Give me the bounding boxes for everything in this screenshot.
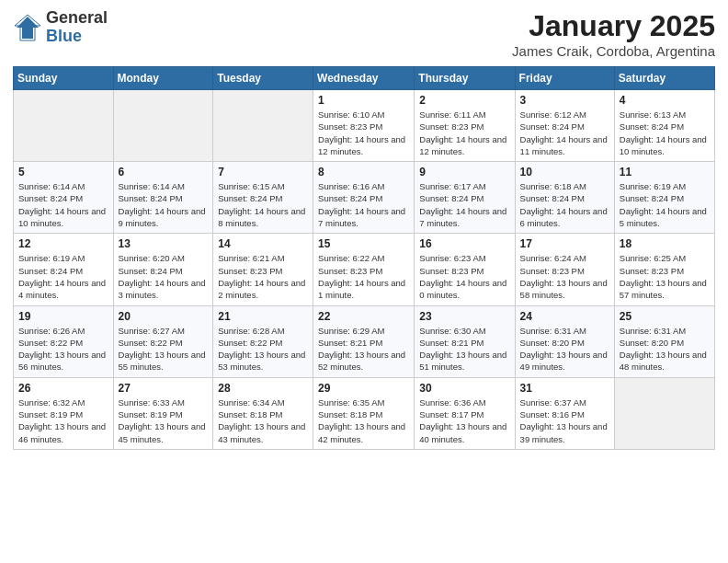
logo-text: General Blue <box>46 9 108 46</box>
table-row: 16Sunrise: 6:23 AM Sunset: 8:23 PM Dayli… <box>415 234 515 305</box>
table-row: 28Sunrise: 6:34 AM Sunset: 8:18 PM Dayli… <box>213 377 313 449</box>
table-row: 4Sunrise: 6:13 AM Sunset: 8:24 PM Daylig… <box>614 90 714 162</box>
calendar-week-row: 26Sunrise: 6:32 AM Sunset: 8:19 PM Dayli… <box>14 377 715 449</box>
col-thursday: Thursday <box>415 67 515 90</box>
day-number: 15 <box>318 237 409 250</box>
day-number: 25 <box>620 310 710 323</box>
day-info: Sunrise: 6:21 AM Sunset: 8:23 PM Dayligh… <box>218 252 308 301</box>
day-number: 3 <box>520 94 609 107</box>
day-number: 2 <box>419 94 509 107</box>
day-info: Sunrise: 6:27 AM Sunset: 8:22 PM Dayligh… <box>119 325 209 373</box>
day-number: 26 <box>18 382 108 395</box>
day-number: 14 <box>218 237 308 250</box>
table-row: 13Sunrise: 6:20 AM Sunset: 8:24 PM Dayli… <box>113 234 213 305</box>
day-number: 11 <box>620 166 710 178</box>
logo: General Blue <box>13 9 108 46</box>
day-number: 16 <box>419 237 509 250</box>
table-row: 30Sunrise: 6:36 AM Sunset: 8:17 PM Dayli… <box>415 377 515 449</box>
calendar-header-row: Sunday Monday Tuesday Wednesday Thursday… <box>14 67 715 90</box>
table-row: 6Sunrise: 6:14 AM Sunset: 8:24 PM Daylig… <box>113 162 213 234</box>
table-row: 25Sunrise: 6:31 AM Sunset: 8:20 PM Dayli… <box>614 305 714 377</box>
day-number: 24 <box>520 310 609 323</box>
day-info: Sunrise: 6:26 AM Sunset: 8:22 PM Dayligh… <box>18 325 108 373</box>
day-info: Sunrise: 6:13 AM Sunset: 8:24 PM Dayligh… <box>620 109 710 157</box>
day-number: 12 <box>18 237 108 250</box>
table-row: 31Sunrise: 6:37 AM Sunset: 8:16 PM Dayli… <box>515 377 614 449</box>
page-container: General Blue January 2025 James Craik, C… <box>0 0 728 457</box>
table-row: 20Sunrise: 6:27 AM Sunset: 8:22 PM Dayli… <box>113 305 213 377</box>
table-row: 29Sunrise: 6:35 AM Sunset: 8:18 PM Dayli… <box>313 377 415 449</box>
day-number: 17 <box>520 237 609 250</box>
title-block: January 2025 James Craik, Cordoba, Argen… <box>512 9 715 59</box>
day-info: Sunrise: 6:37 AM Sunset: 8:16 PM Dayligh… <box>520 396 609 445</box>
day-info: Sunrise: 6:11 AM Sunset: 8:23 PM Dayligh… <box>419 109 509 157</box>
table-row: 1Sunrise: 6:10 AM Sunset: 8:23 PM Daylig… <box>313 90 415 162</box>
col-monday: Monday <box>113 67 213 90</box>
day-info: Sunrise: 6:17 AM Sunset: 8:24 PM Dayligh… <box>419 180 509 229</box>
day-number: 9 <box>419 166 509 178</box>
table-row: 26Sunrise: 6:32 AM Sunset: 8:19 PM Dayli… <box>14 377 114 449</box>
day-info: Sunrise: 6:14 AM Sunset: 8:24 PM Dayligh… <box>18 180 108 229</box>
table-row: 2Sunrise: 6:11 AM Sunset: 8:23 PM Daylig… <box>415 90 515 162</box>
day-info: Sunrise: 6:18 AM Sunset: 8:24 PM Dayligh… <box>520 180 609 229</box>
day-number: 1 <box>318 94 409 107</box>
table-row: 11Sunrise: 6:19 AM Sunset: 8:24 PM Dayli… <box>614 162 714 234</box>
day-info: Sunrise: 6:33 AM Sunset: 8:19 PM Dayligh… <box>119 396 209 445</box>
day-info: Sunrise: 6:23 AM Sunset: 8:23 PM Dayligh… <box>419 252 509 301</box>
day-info: Sunrise: 6:35 AM Sunset: 8:18 PM Dayligh… <box>318 396 409 445</box>
day-number: 21 <box>218 310 308 323</box>
calendar-week-row: 12Sunrise: 6:19 AM Sunset: 8:24 PM Dayli… <box>14 234 715 305</box>
day-number: 4 <box>620 94 710 107</box>
day-number: 22 <box>318 310 409 323</box>
day-info: Sunrise: 6:19 AM Sunset: 8:24 PM Dayligh… <box>620 180 710 229</box>
logo-icon <box>13 13 42 42</box>
col-friday: Friday <box>515 67 614 90</box>
day-info: Sunrise: 6:28 AM Sunset: 8:22 PM Dayligh… <box>218 325 308 373</box>
table-row: 12Sunrise: 6:19 AM Sunset: 8:24 PM Dayli… <box>14 234 114 305</box>
day-number: 31 <box>520 382 609 395</box>
day-info: Sunrise: 6:19 AM Sunset: 8:24 PM Dayligh… <box>18 252 108 301</box>
calendar-title: January 2025 <box>512 9 715 43</box>
table-row: 5Sunrise: 6:14 AM Sunset: 8:24 PM Daylig… <box>14 162 114 234</box>
day-info: Sunrise: 6:34 AM Sunset: 8:18 PM Dayligh… <box>218 396 308 445</box>
table-row: 18Sunrise: 6:25 AM Sunset: 8:23 PM Dayli… <box>614 234 714 305</box>
calendar-body: 1Sunrise: 6:10 AM Sunset: 8:23 PM Daylig… <box>14 90 715 450</box>
logo-blue-text: Blue <box>46 28 108 46</box>
day-number: 18 <box>620 237 710 250</box>
day-info: Sunrise: 6:22 AM Sunset: 8:23 PM Dayligh… <box>318 252 409 301</box>
calendar-week-row: 19Sunrise: 6:26 AM Sunset: 8:22 PM Dayli… <box>14 305 715 377</box>
table-row: 24Sunrise: 6:31 AM Sunset: 8:20 PM Dayli… <box>515 305 614 377</box>
logo-general-text: General <box>46 9 108 28</box>
table-row <box>213 90 313 162</box>
calendar-week-row: 1Sunrise: 6:10 AM Sunset: 8:23 PM Daylig… <box>14 90 715 162</box>
table-row: 19Sunrise: 6:26 AM Sunset: 8:22 PM Dayli… <box>14 305 114 377</box>
day-info: Sunrise: 6:36 AM Sunset: 8:17 PM Dayligh… <box>419 396 509 445</box>
day-info: Sunrise: 6:32 AM Sunset: 8:19 PM Dayligh… <box>18 396 108 445</box>
table-row <box>14 90 114 162</box>
day-number: 23 <box>419 310 509 323</box>
table-row: 22Sunrise: 6:29 AM Sunset: 8:21 PM Dayli… <box>313 305 415 377</box>
table-row: 8Sunrise: 6:16 AM Sunset: 8:24 PM Daylig… <box>313 162 415 234</box>
day-number: 28 <box>218 382 308 395</box>
table-row: 3Sunrise: 6:12 AM Sunset: 8:24 PM Daylig… <box>515 90 614 162</box>
calendar-table: Sunday Monday Tuesday Wednesday Thursday… <box>13 66 715 450</box>
day-number: 8 <box>318 166 409 178</box>
table-row <box>614 377 714 449</box>
day-info: Sunrise: 6:30 AM Sunset: 8:21 PM Dayligh… <box>419 325 509 373</box>
table-row: 7Sunrise: 6:15 AM Sunset: 8:24 PM Daylig… <box>213 162 313 234</box>
table-row: 15Sunrise: 6:22 AM Sunset: 8:23 PM Dayli… <box>313 234 415 305</box>
day-info: Sunrise: 6:24 AM Sunset: 8:23 PM Dayligh… <box>520 252 609 301</box>
day-number: 13 <box>119 237 209 250</box>
table-row <box>113 90 213 162</box>
day-info: Sunrise: 6:15 AM Sunset: 8:24 PM Dayligh… <box>218 180 308 229</box>
day-info: Sunrise: 6:31 AM Sunset: 8:20 PM Dayligh… <box>620 325 710 373</box>
day-info: Sunrise: 6:10 AM Sunset: 8:23 PM Dayligh… <box>318 109 409 157</box>
table-row: 10Sunrise: 6:18 AM Sunset: 8:24 PM Dayli… <box>515 162 614 234</box>
day-info: Sunrise: 6:29 AM Sunset: 8:21 PM Dayligh… <box>318 325 409 373</box>
table-row: 9Sunrise: 6:17 AM Sunset: 8:24 PM Daylig… <box>415 162 515 234</box>
day-info: Sunrise: 6:14 AM Sunset: 8:24 PM Dayligh… <box>119 180 209 229</box>
day-number: 30 <box>419 382 509 395</box>
day-number: 29 <box>318 382 409 395</box>
day-info: Sunrise: 6:31 AM Sunset: 8:20 PM Dayligh… <box>520 325 609 373</box>
day-info: Sunrise: 6:20 AM Sunset: 8:24 PM Dayligh… <box>119 252 209 301</box>
